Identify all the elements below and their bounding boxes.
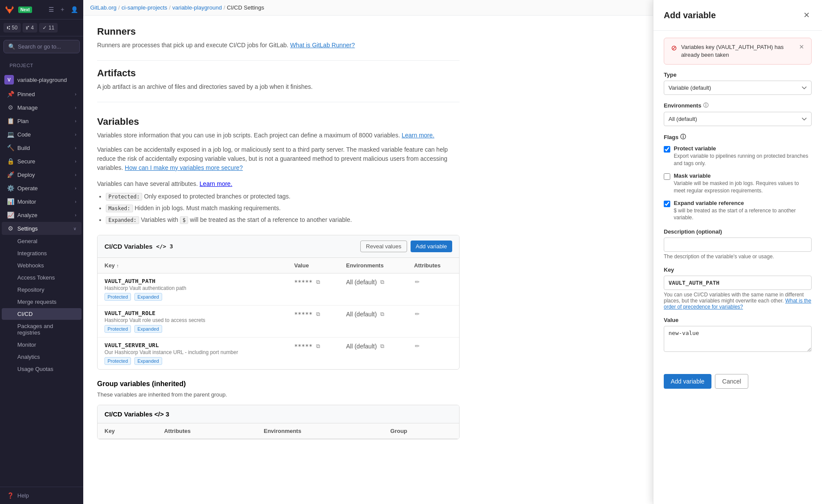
error-close-button[interactable]: ✕ bbox=[799, 43, 804, 50]
edit-var-2[interactable]: ✏ bbox=[414, 310, 421, 318]
key-input[interactable] bbox=[664, 276, 812, 290]
protect-variable-checkbox[interactable] bbox=[664, 146, 670, 153]
tag-protected-3: Protected bbox=[104, 357, 131, 365]
sidebar-item-analytics[interactable]: Analytics bbox=[2, 351, 82, 363]
copy-env-3[interactable]: ⧉ bbox=[379, 342, 385, 351]
fork-count: 4 bbox=[31, 25, 34, 31]
project-link[interactable]: V variable-playground bbox=[0, 72, 83, 87]
sidebar-stats: ⑆ 50 ⑈ 4 ✓ 11 bbox=[0, 20, 83, 36]
sort-icon: ↑ bbox=[116, 263, 119, 268]
code-icon: 💻 bbox=[7, 131, 14, 138]
sidebar-item-general[interactable]: General bbox=[2, 235, 82, 247]
variables-learn-more2[interactable]: Learn more. bbox=[199, 180, 232, 187]
sidebar-user-avatar[interactable]: 👤 bbox=[69, 4, 80, 15]
sidebar-panel-toggle[interactable]: ☰ bbox=[47, 4, 56, 15]
copy-value-2[interactable]: ⧉ bbox=[315, 310, 321, 319]
sidebar-item-analyze[interactable]: 📈 Analyze › bbox=[2, 208, 82, 221]
deploy-label: Deploy bbox=[17, 172, 35, 178]
flags-field: Flags ⓘ Protect variable Export variable… bbox=[664, 133, 812, 221]
protected-tag: Protected: bbox=[106, 193, 142, 201]
copy-value-3[interactable]: ⧉ bbox=[315, 342, 321, 351]
fork-icon: ⑈ bbox=[26, 25, 29, 31]
artifacts-divider bbox=[97, 102, 460, 102]
sidebar-item-pinned[interactable]: 📌 Pinned › bbox=[2, 88, 82, 101]
var-env-2: All (default) bbox=[346, 311, 377, 318]
environments-help-icon[interactable]: ⓘ bbox=[703, 102, 708, 109]
cancel-button[interactable]: Cancel bbox=[715, 374, 749, 389]
add-variable-submit[interactable]: Add variable bbox=[664, 374, 711, 389]
secure-chevron: › bbox=[75, 159, 76, 164]
mask-variable-label[interactable]: Mask variable Variable will be masked in… bbox=[664, 172, 812, 195]
th-key[interactable]: Key ↑ bbox=[98, 258, 287, 273]
mask-variable-checkbox[interactable] bbox=[664, 173, 670, 180]
copy-env-1[interactable]: ⧉ bbox=[379, 278, 385, 286]
copy-env-2[interactable]: ⧉ bbox=[379, 310, 385, 319]
gitlab-logo[interactable] bbox=[3, 3, 16, 16]
forks-stat[interactable]: ⑈ 4 bbox=[23, 23, 37, 33]
environments-select[interactable]: All (default) bbox=[664, 112, 812, 126]
merge-requests-stat[interactable]: ⑆ 50 bbox=[3, 23, 21, 33]
type-select[interactable]: Variable (default) File bbox=[664, 81, 812, 95]
group-vars-count: </> 3 bbox=[154, 410, 169, 418]
sidebar-new-button[interactable]: ＋ bbox=[58, 4, 67, 15]
error-banner: ⊘ Variables key (VAULT_AUTH_PATH) has al… bbox=[664, 38, 812, 65]
variables-learn-more[interactable]: Learn more. bbox=[401, 132, 434, 139]
sidebar-item-build[interactable]: 🔨 Build › bbox=[2, 141, 82, 154]
value-cell-3: ***** ⧉ bbox=[294, 342, 332, 351]
close-panel-button[interactable]: ✕ bbox=[802, 9, 812, 22]
sidebar-item-manage[interactable]: ⚙ Manage › bbox=[2, 101, 82, 114]
breadcrumb-variable-playground[interactable]: variable-playground bbox=[172, 4, 222, 11]
sidebar-item-code[interactable]: 💻 Code › bbox=[2, 128, 82, 141]
group-th-group: Group bbox=[383, 423, 459, 439]
mask-variable-group: Mask variable Variable will be masked in… bbox=[664, 172, 812, 195]
issues-stat[interactable]: ✓ 11 bbox=[39, 23, 58, 33]
search-bar[interactable]: 🔍 Search or go to... bbox=[3, 40, 80, 53]
sidebar-item-merge-requests[interactable]: Merge requests bbox=[2, 296, 82, 308]
sidebar-item-usage-quotas[interactable]: Usage Quotas bbox=[2, 363, 82, 375]
sidebar-item-access-tokens[interactable]: Access Tokens bbox=[2, 272, 82, 283]
runners-link[interactable]: What is GitLab Runner? bbox=[290, 42, 355, 49]
deploy-chevron: › bbox=[75, 172, 76, 177]
sidebar-item-packages[interactable]: Packages and registries bbox=[2, 320, 82, 338]
th-value: Value bbox=[287, 258, 339, 273]
artifacts-desc: A job artifact is an archive of files an… bbox=[97, 82, 460, 91]
description-input[interactable] bbox=[664, 237, 812, 252]
copy-value-1[interactable]: ⧉ bbox=[315, 278, 321, 286]
sidebar-item-secure[interactable]: 🔒 Secure › bbox=[2, 155, 82, 168]
sidebar-item-integrations[interactable]: Integrations bbox=[2, 247, 82, 259]
add-variable-button[interactable]: Add variable bbox=[411, 241, 452, 252]
sidebar-item-settings[interactable]: ⚙ Settings ∨ bbox=[2, 222, 82, 235]
expand-variable-label[interactable]: Expand variable reference $ will be trea… bbox=[664, 200, 812, 222]
breadcrumb-ci-sample[interactable]: ci-sample-projects bbox=[121, 4, 167, 11]
expand-variable-checkbox[interactable] bbox=[664, 201, 670, 207]
sidebar-item-webhooks[interactable]: Webhooks bbox=[2, 260, 82, 271]
sidebar-item-monitor[interactable]: 📊 Monitor › bbox=[2, 195, 82, 208]
project-header: Project bbox=[0, 57, 83, 72]
reveal-values-button[interactable]: Reveal values bbox=[360, 241, 407, 252]
value-textarea[interactable]: new-value bbox=[664, 326, 812, 352]
value-field: Value new-value bbox=[664, 317, 812, 353]
pinned-chevron: › bbox=[75, 92, 76, 97]
flags-label: Flags ⓘ bbox=[664, 133, 812, 141]
sidebar-item-deploy[interactable]: 🚀 Deploy › bbox=[2, 168, 82, 181]
artifacts-section: Artifacts A job artifact is an archive o… bbox=[97, 68, 460, 91]
expanded-tag: Expanded: bbox=[106, 216, 139, 224]
sidebar-item-operate[interactable]: ⚙️ Operate › bbox=[2, 182, 82, 195]
variables-how-link[interactable]: How can I make my variables more secure? bbox=[125, 164, 243, 171]
sidebar-item-cicd[interactable]: CI/CD bbox=[2, 308, 82, 320]
issues-icon: ✓ bbox=[42, 25, 47, 31]
value-label: Value bbox=[664, 317, 812, 323]
variables-intro: Variables store information that you can… bbox=[97, 131, 460, 140]
cicd-vars-count: </> 3 bbox=[156, 243, 173, 250]
manage-icon: ⚙ bbox=[7, 104, 14, 111]
edit-var-1[interactable]: ✏ bbox=[414, 278, 421, 286]
breadcrumb-gitlab[interactable]: GitLab.org bbox=[90, 4, 117, 11]
edit-var-3[interactable]: ✏ bbox=[414, 342, 421, 350]
sidebar-item-monitor-sub[interactable]: Monitor bbox=[2, 339, 82, 351]
dollar-tag: $ bbox=[180, 216, 188, 224]
help-item[interactable]: ❓ Help bbox=[5, 491, 78, 501]
sidebar-item-repository[interactable]: Repository bbox=[2, 284, 82, 296]
protect-variable-label[interactable]: Protect variable Export variable to pipe… bbox=[664, 145, 812, 167]
sidebar-item-plan[interactable]: 📋 Plan › bbox=[2, 114, 82, 127]
flags-help-icon[interactable]: ⓘ bbox=[680, 133, 686, 141]
